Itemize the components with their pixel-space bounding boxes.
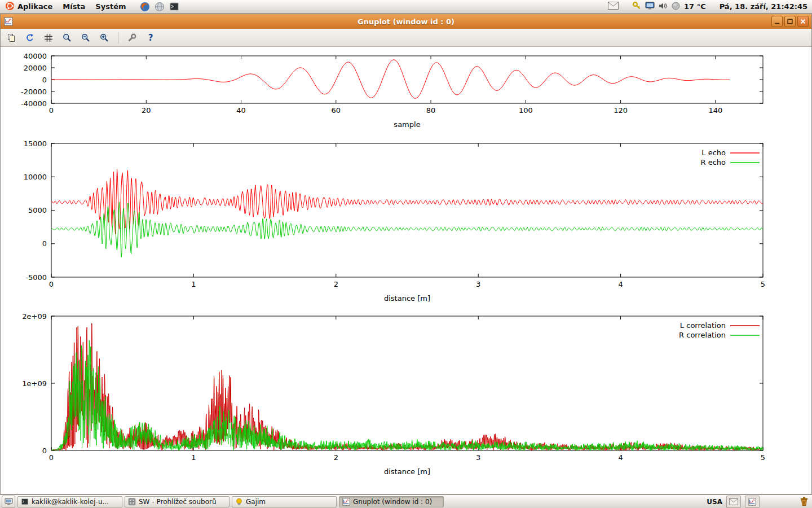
svg-text:140: 140 — [708, 106, 722, 115]
gnuplot-window-icon — [4, 17, 13, 26]
plot-area: 020406080100120140-40000-200000200004000… — [1, 47, 811, 494]
keyring-icon[interactable] — [632, 1, 641, 12]
panel-status-area: 17 °C Pá, 18. září, 21:42:45 — [608, 1, 812, 12]
svg-text:40000: 40000 — [24, 52, 47, 60]
sample-waveform-chart[interactable]: 020406080100120140-40000-200000200004000… — [1, 47, 811, 134]
svg-text:5000: 5000 — [28, 206, 47, 214]
svg-text:distance [m]: distance [m] — [384, 294, 430, 303]
svg-text:5: 5 — [761, 280, 765, 288]
svg-text:40: 40 — [236, 106, 246, 115]
top-panel: Aplikace Místa Systém — [0, 0, 812, 14]
echo-chart[interactable]: 012345-5000050001000015000distance [m]L … — [1, 134, 811, 308]
replot-icon[interactable] — [23, 30, 37, 45]
taskbar: kaklik@kaklik-kolej-u... SW - Prohlížeč … — [0, 494, 812, 508]
firefox-icon[interactable] — [139, 1, 151, 12]
svg-text:100: 100 — [519, 106, 533, 115]
svg-text:0: 0 — [42, 446, 47, 455]
window-controls — [771, 16, 811, 27]
menu-applications[interactable]: Aplikace — [0, 0, 58, 13]
display-icon[interactable] — [645, 2, 655, 12]
svg-text:3: 3 — [476, 280, 480, 288]
svg-text:20: 20 — [142, 106, 151, 115]
taskbar-tray: USA — [707, 496, 810, 508]
svg-text:1: 1 — [191, 453, 196, 462]
svg-text:L echo: L echo — [701, 148, 726, 157]
menu-system[interactable]: Systém — [90, 0, 131, 13]
volume-icon[interactable] — [659, 2, 668, 12]
svg-text:4: 4 — [618, 453, 623, 462]
temperature-label[interactable]: 17 °C — [684, 2, 706, 11]
svg-text:R correlation: R correlation — [679, 331, 726, 339]
svg-text:5: 5 — [761, 453, 765, 462]
weather-icon[interactable] — [672, 2, 680, 12]
tray-mail-icon[interactable] — [726, 496, 741, 508]
task-label: Gajim — [246, 498, 266, 506]
svg-text:120: 120 — [614, 106, 628, 115]
help-icon[interactable]: ? — [143, 30, 158, 45]
tray-gnuplot-icon[interactable] — [745, 496, 760, 508]
task-label: SW - Prohlížeč souborů — [139, 498, 217, 506]
desktop: Aplikace Místa Systém — [0, 0, 812, 508]
svg-text:0: 0 — [49, 453, 54, 462]
svg-text:1e+09: 1e+09 — [22, 379, 47, 388]
svg-text:-20000: -20000 — [21, 87, 47, 96]
ubuntu-logo-icon — [5, 1, 15, 12]
svg-text:60: 60 — [332, 106, 341, 115]
task-button-terminal[interactable]: kaklik@kaklik-kolej-u... — [17, 496, 122, 507]
mail-icon[interactable] — [608, 2, 619, 11]
maximize-button[interactable] — [784, 16, 796, 27]
svg-text:0: 0 — [49, 280, 54, 288]
task-label: kaklik@kaklik-kolej-u... — [32, 498, 109, 506]
minimize-button[interactable] — [771, 16, 783, 27]
correlation-chart[interactable]: 01234501e+092e+09distance [m]L correlati… — [1, 308, 811, 483]
toggle-grid-icon[interactable] — [41, 30, 56, 45]
panel-launchers — [139, 1, 180, 12]
keyboard-layout-indicator[interactable]: USA — [707, 498, 722, 506]
zoom-in-icon[interactable] — [97, 30, 112, 45]
svg-text:80: 80 — [426, 106, 436, 115]
svg-text:2: 2 — [334, 453, 338, 462]
svg-text:sample: sample — [394, 120, 420, 129]
svg-text:20000: 20000 — [24, 64, 47, 72]
zoom-previous-icon[interactable] — [60, 30, 74, 45]
configure-icon[interactable] — [125, 30, 139, 45]
trash-icon[interactable] — [800, 497, 809, 506]
svg-text:2e+09: 2e+09 — [22, 312, 47, 321]
svg-text:4: 4 — [618, 280, 623, 288]
svg-text:R echo: R echo — [700, 158, 726, 167]
terminal-launcher-icon[interactable] — [169, 1, 180, 12]
toolbar: ? — [1, 29, 811, 47]
titlebar[interactable]: Gnuplot (window id : 0) — [1, 14, 811, 29]
svg-text:0: 0 — [42, 76, 47, 84]
svg-text:-40000: -40000 — [21, 99, 47, 108]
svg-text:distance [m]: distance [m] — [384, 467, 430, 476]
clock[interactable]: Pá, 18. září, 21:42:45 — [720, 2, 807, 11]
svg-text:3: 3 — [476, 453, 480, 462]
task-button-gnuplot[interactable]: Gnuplot (window id : 0) — [339, 496, 444, 507]
task-label: Gnuplot (window id : 0) — [353, 498, 432, 506]
menu-label: Systém — [95, 2, 126, 11]
task-button-gajim[interactable]: Gajim — [232, 496, 337, 507]
show-desktop-button[interactable] — [2, 496, 15, 508]
svg-text:10000: 10000 — [24, 173, 47, 181]
gnuplot-window: Gnuplot (window id : 0) — [0, 14, 812, 494]
svg-text:1: 1 — [191, 280, 196, 288]
svg-text:0: 0 — [42, 239, 47, 248]
task-button-file-manager[interactable]: SW - Prohlížeč souborů — [125, 496, 230, 507]
window-title: Gnuplot (window id : 0) — [1, 17, 811, 26]
svg-text:15000: 15000 — [24, 139, 47, 148]
menu-places[interactable]: Místa — [58, 0, 90, 13]
toolbar-separator — [118, 32, 118, 43]
close-button[interactable] — [797, 16, 809, 27]
menu-label: Aplikace — [17, 2, 52, 11]
svg-text:-5000: -5000 — [25, 273, 47, 282]
copy-to-clipboard-button[interactable] — [4, 30, 19, 45]
svg-text:2: 2 — [334, 280, 338, 288]
globe-launcher-icon[interactable] — [154, 1, 165, 12]
zoom-out-icon[interactable] — [78, 30, 93, 45]
svg-text:L correlation: L correlation — [680, 321, 726, 330]
menu-label: Místa — [63, 2, 85, 11]
svg-text:0: 0 — [49, 106, 54, 115]
